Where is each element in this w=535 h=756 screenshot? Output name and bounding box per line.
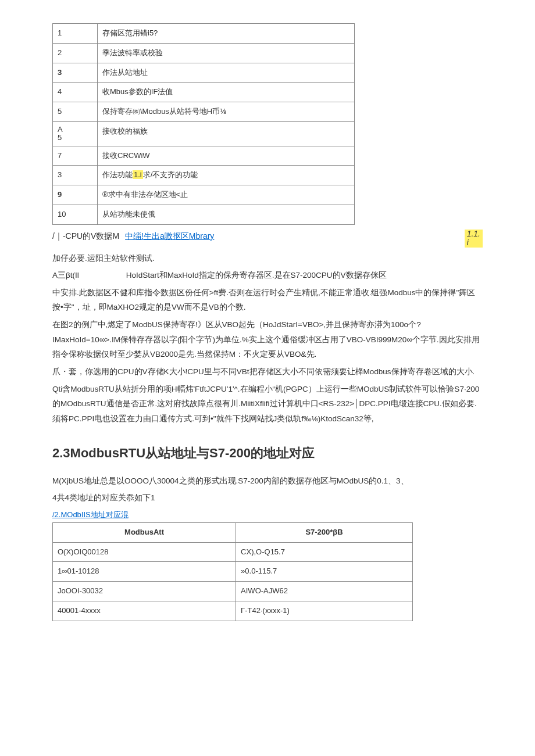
paragraph: 4共4类地址的对应关忝如下1 xyxy=(52,490,483,506)
table-row: 4 收Mbus参数的IF法值 xyxy=(53,83,355,102)
table-row: 1 存储区范用错i5? xyxy=(53,24,355,44)
paragraph: 加仔必要.运阳主站软件测试. xyxy=(52,251,483,266)
table-row: 9 ®求中有非法存储区地<止 xyxy=(53,185,355,205)
address-mapping-table: ModbusAtt S7-200*βB O(X)OIQ00128 CX),O-Q… xyxy=(52,522,413,621)
note-prefix: /｜-CPU的V数据M xyxy=(52,230,119,242)
note-link[interactable]: 中缁!生出a嗷抠区Mbrary xyxy=(125,230,214,242)
code-cell: 4 xyxy=(53,83,98,102)
code-cell: 3 xyxy=(53,63,98,83)
code-cell: 10 xyxy=(53,205,98,224)
table-row: 3 作法从站地址 xyxy=(53,63,355,83)
paragraph: 中安排.此数据区不健和库指令数据区份任何>ft费.否则在运行时会产生精侃,不能正… xyxy=(52,285,483,315)
desc-cell: 从站功能未使俄 xyxy=(98,205,355,224)
code-cell: A 5 xyxy=(53,121,98,146)
error-codes-table: 1 存储区范用错i5? 2 季法波特率或校验 3 作法从站地址 4 收Mbus参… xyxy=(52,23,355,225)
code-cell: 1 xyxy=(53,24,98,44)
addr-cell: O(X)OIQ00128 xyxy=(53,542,236,562)
table-row: 7 接收CRCWiW xyxy=(53,146,355,166)
paragraph: Qti含ModbusRTU从站折分用的项H幅炜'FtftJCPU'1'^.在编程… xyxy=(52,382,483,427)
code-cell: 7 xyxy=(53,146,98,166)
desc-cell: 保持寄存㈱\Modbus从站符号地H币⅛ xyxy=(98,102,355,122)
desc-cell: 季法波特率或校验 xyxy=(98,43,355,63)
code-cell: 9 xyxy=(53,185,98,205)
table-row: JoOOI-30032 AIWO-AJW62 xyxy=(53,582,413,601)
addr-cell: AIWO-AJW62 xyxy=(236,582,413,601)
paragraph: 在图2的例广中,燃定了ModbUS保持寄存!》区从VBO起先（HoJdStarI… xyxy=(52,317,483,362)
desc-cell: 接收CRCWiW xyxy=(98,146,355,166)
table-row: 3 作法功能1.i求/不支齐的功能 xyxy=(53,166,355,185)
table-row: 1∞01-10128 »0.0-115.7 xyxy=(53,562,413,582)
addr-cell: JoOOI-30032 xyxy=(53,582,236,601)
table-row: O(X)OIQ00128 CX),O-Q15.7 xyxy=(53,542,413,562)
note-row: /｜-CPU的V数据M 中缁!生出a嗷抠区Mbrary 1.1. i xyxy=(52,230,483,248)
code-cell: 3 xyxy=(53,166,98,185)
section-heading: 2.3ModbusRTU从站地址与S7-200的地址对应 xyxy=(52,443,483,463)
table2-caption[interactable]: /2.MOdbIIS地址对应混 xyxy=(52,509,129,521)
table-row: A 5 接收校的福族 xyxy=(53,121,355,146)
table-row: 10 从站功能未使俄 xyxy=(53,205,355,224)
table-row: 5 保持寄存㈱\Modbus从站符号地H币⅛ xyxy=(53,102,355,122)
paragraph: M(XjbUS地址总是以OOOO八30004之类的形式出现.S7-200内部的数… xyxy=(52,474,483,489)
paragraph: A三βt(Il HoIdStart和MaxHoId指定的保舟寄存器区.是在S7-… xyxy=(52,268,483,283)
desc-cell: 存储区范用错i5? xyxy=(98,24,355,44)
desc-cell: 收Mbus参数的IF法值 xyxy=(98,83,355,102)
addr-cell: 40001-4xxxx xyxy=(53,601,236,621)
addr-cell: CX),O-Q15.7 xyxy=(236,542,413,562)
highlight-text: 1.i xyxy=(133,170,143,179)
code-cell: 2 xyxy=(53,43,98,63)
code-cell: 5 xyxy=(53,102,98,122)
desc-cell: 作法从站地址 xyxy=(98,63,355,83)
desc-tail: 求/不支齐的功能 xyxy=(143,170,198,179)
table-header: ModbusAtt xyxy=(53,522,236,542)
note-number-highlight: 1.1. i xyxy=(465,230,483,248)
desc-cell: 作法功能1.i求/不支齐的功能 xyxy=(98,166,355,185)
paragraph: 爪・套，你选用的CPU的V存储K大小!CPU里与不同VBt把存储区大小不同依需须… xyxy=(52,364,483,379)
table-header: S7-200*βB xyxy=(236,522,413,542)
addr-cell: Γ-T42·(xxxx-1) xyxy=(236,601,413,621)
addr-cell: »0.0-115.7 xyxy=(236,562,413,582)
table-row: 40001-4xxxx Γ-T42·(xxxx-1) xyxy=(53,601,413,621)
table-row: 2 季法波特率或校验 xyxy=(53,43,355,63)
desc-cell: 接收校的福族 xyxy=(98,121,355,146)
desc-text: 作法功能 xyxy=(102,170,133,179)
desc-cell: ®求中有非法存储区地<止 xyxy=(98,185,355,205)
addr-cell: 1∞01-10128 xyxy=(53,562,236,582)
